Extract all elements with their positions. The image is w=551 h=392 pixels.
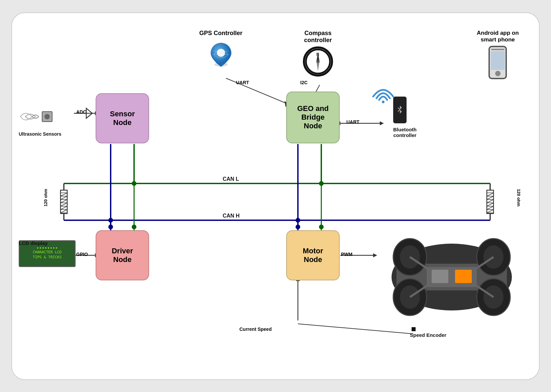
- speed-encoder-dot: [412, 327, 416, 331]
- svg-rect-72: [455, 270, 472, 283]
- android-app: Android app on smart phone: [477, 30, 519, 79]
- ultrasonic-sensors: Ultrasonic Sensors: [19, 103, 62, 137]
- rc-car: [376, 230, 527, 324]
- svg-line-58: [398, 108, 400, 110]
- svg-point-37: [132, 225, 136, 229]
- driver-node: Driver Node: [96, 230, 149, 280]
- bt-controller-icon: [393, 97, 407, 123]
- svg-point-36: [296, 225, 300, 229]
- lcd-label: LCD display: [19, 240, 48, 246]
- bluetooth-area: Bluetooth controller: [373, 90, 407, 123]
- svg-point-31: [132, 181, 136, 186]
- svg-line-28: [298, 324, 413, 334]
- sensor-node: Sensor Node: [96, 93, 149, 143]
- resistor-right-label: 120 ohm: [516, 184, 521, 211]
- diagram-container: GPS Controller UART Compass controller: [11, 12, 540, 380]
- lcd-display-container: LCD display CHARACTER LCD TIPS & TRICKS: [19, 240, 76, 267]
- gpio-label: GPIO: [76, 252, 88, 257]
- svg-point-57: [382, 101, 384, 103]
- svg-point-35: [108, 225, 113, 229]
- android-label: Android app on smart phone: [477, 30, 519, 43]
- svg-text:N: N: [316, 52, 319, 57]
- uart2-label: UART: [346, 119, 359, 125]
- can-l-label: CAN L: [223, 176, 239, 182]
- svg-point-47: [317, 60, 319, 63]
- svg-line-15: [226, 78, 286, 103]
- compass-controller: Compass controller N: [303, 30, 333, 77]
- svg-point-38: [319, 225, 324, 229]
- svg-point-33: [108, 218, 113, 223]
- geo-node: GEO and Bridge Node: [286, 92, 340, 143]
- gps-label: GPS Controller: [199, 30, 242, 37]
- speed-encoder-label: Speed Encoder: [410, 332, 446, 338]
- svg-point-34: [296, 218, 300, 223]
- resistor-right: [487, 183, 493, 220]
- pwm-label: PWM: [341, 252, 352, 257]
- gps-controller: GPS Controller: [199, 30, 242, 70]
- compass-icon: N: [303, 46, 333, 77]
- gps-icon: [206, 39, 236, 70]
- resistor-left: [61, 183, 67, 220]
- svg-point-32: [319, 181, 324, 186]
- compass-label: Compass controller: [304, 30, 332, 44]
- phone-icon: [488, 46, 507, 79]
- bluetooth-label: Bluetooth controller: [393, 127, 417, 138]
- svg-point-56: [44, 114, 50, 119]
- svg-marker-14: [86, 108, 92, 118]
- i2c-label: I2C: [300, 80, 308, 85]
- svg-line-59: [398, 110, 400, 112]
- bus-lines-svg: [12, 13, 539, 379]
- lcd-text-line2: TIPS & TRICKS: [33, 255, 62, 260]
- motor-node: Motor Node: [286, 230, 340, 280]
- svg-point-40: [217, 49, 225, 57]
- lcd-text-line1: CHARACTER LCD: [33, 250, 62, 255]
- ultrasonic-label: Ultrasonic Sensors: [19, 131, 62, 137]
- adc-label: ADC: [76, 109, 86, 115]
- uart1-label: UART: [236, 80, 249, 85]
- can-h-label: CAN H: [223, 213, 240, 219]
- current-speed-label: Current Speed: [239, 326, 271, 332]
- resistor-left-label: 120 ohm: [43, 184, 48, 211]
- svg-rect-71: [432, 270, 448, 283]
